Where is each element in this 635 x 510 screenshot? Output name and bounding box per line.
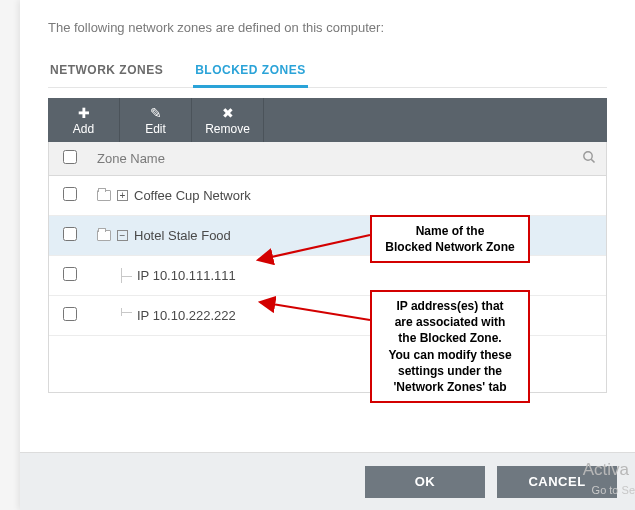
search-icon[interactable]: [572, 150, 606, 167]
edit-button[interactable]: ✎ Edit: [120, 98, 192, 142]
select-all-checkbox[interactable]: [63, 150, 77, 164]
cancel-button[interactable]: CANCEL: [497, 466, 617, 498]
intro-text: The following network zones are defined …: [48, 20, 607, 35]
annotation-ip: IP address(es) that are associated with …: [370, 290, 530, 403]
table-header-row: Zone Name: [49, 142, 606, 176]
folder-icon: [97, 230, 111, 241]
svg-line-1: [591, 159, 594, 162]
row-checkbox[interactable]: [63, 307, 77, 321]
table-row[interactable]: + Coffee Cup Network: [49, 176, 606, 216]
zone-name: Coffee Cup Network: [134, 188, 251, 203]
svg-point-0: [584, 152, 592, 160]
pencil-icon: ✎: [120, 106, 191, 120]
tree-branch-icon: [121, 308, 135, 316]
add-label: Add: [73, 122, 94, 136]
toolbar: ✚ Add ✎ Edit ✖ Remove: [48, 98, 607, 142]
row-checkbox[interactable]: [63, 187, 77, 201]
annotation-zone-name: Name of the Blocked Network Zone: [370, 215, 530, 263]
select-all-cell: [49, 150, 91, 167]
ip-address: IP 10.10.111.111: [137, 268, 236, 283]
network-zones-dialog: The following network zones are defined …: [20, 0, 635, 510]
remove-label: Remove: [205, 122, 250, 136]
remove-button[interactable]: ✖ Remove: [192, 98, 264, 142]
ok-button[interactable]: OK: [365, 466, 485, 498]
close-icon: ✖: [192, 106, 263, 120]
folder-icon: [97, 190, 111, 201]
dialog-footer: OK CANCEL: [20, 452, 635, 510]
tabs: NETWORK ZONES BLOCKED ZONES: [48, 55, 607, 88]
tab-network-zones[interactable]: NETWORK ZONES: [48, 55, 165, 87]
plus-icon: ✚: [48, 106, 119, 120]
row-checkbox[interactable]: [63, 227, 77, 241]
column-header-zone-name[interactable]: Zone Name: [91, 151, 572, 166]
collapse-icon[interactable]: −: [117, 230, 128, 241]
edit-label: Edit: [145, 122, 166, 136]
row-checkbox[interactable]: [63, 267, 77, 281]
tree-branch-icon: [121, 268, 135, 283]
expand-icon[interactable]: +: [117, 190, 128, 201]
ip-address: IP 10.10.222.222: [137, 308, 236, 323]
zone-name: Hotel Stale Food: [134, 228, 231, 243]
add-button[interactable]: ✚ Add: [48, 98, 120, 142]
tab-blocked-zones[interactable]: BLOCKED ZONES: [193, 55, 308, 87]
